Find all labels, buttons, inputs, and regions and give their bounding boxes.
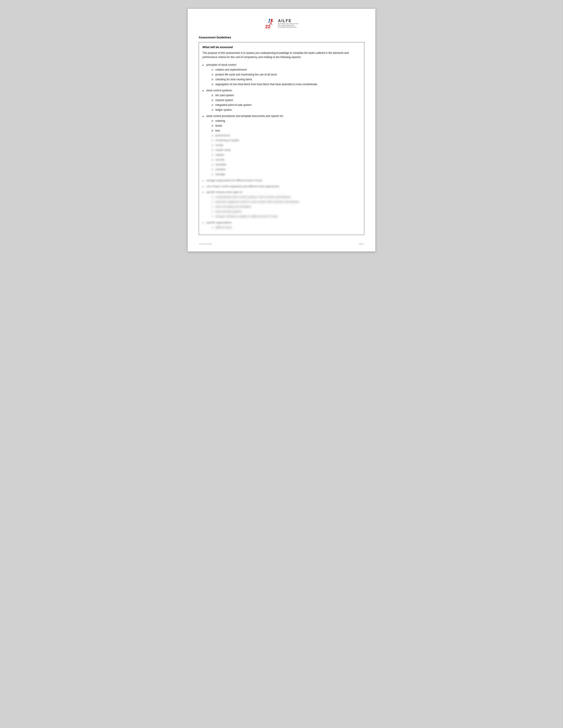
sub-symbol: o [212, 98, 213, 102]
sub-symbol: o [212, 108, 213, 112]
list-item: o ordering [206, 119, 284, 123]
list-item: • principles of stock control: o rotatio… [202, 63, 361, 87]
bullet-label: principles of stock control: [206, 63, 237, 66]
sub-label: checking for slow moving items [215, 77, 252, 81]
footer-left-text: Training material [199, 243, 212, 245]
bullet-label: stock control systems: [206, 89, 232, 92]
list-item: o security [206, 158, 284, 162]
sub-symbol: o [212, 143, 213, 147]
sub-label: stock recording documentation [215, 205, 251, 209]
logo-title: AILFE [278, 19, 298, 23]
sub-label: stocktake [215, 163, 226, 167]
sub-symbol: o [212, 195, 213, 199]
sub-label: different stock [215, 225, 231, 229]
bullet-label: storage requirements for different kinds… [206, 178, 262, 182]
bullet-symbol: • [202, 221, 204, 225]
list-item: o different stock [206, 225, 232, 229]
sub-symbol: o [212, 163, 213, 167]
bullet-symbol: • [202, 114, 204, 118]
list-item: o stocktake [206, 163, 284, 167]
sub-symbol: o [212, 172, 213, 176]
sub-label: bin card system [215, 93, 234, 97]
bullet-symbol: • [202, 89, 204, 93]
footer-right-text: Page 1 [359, 243, 364, 245]
bullet-symbol: • [202, 185, 204, 189]
list-item: o valuation [206, 167, 284, 171]
sub-label: valuation [215, 167, 226, 171]
sub-symbol: o [212, 210, 213, 214]
sub-label: wastage [215, 172, 225, 176]
sub-label: monitoring of quality [215, 138, 239, 142]
list-item: o wastage [206, 172, 284, 176]
list-item: o storage containers suitable for differ… [206, 214, 299, 218]
sub-label: ledger system [215, 108, 232, 112]
sub-label: integrated point-of-sale system [215, 103, 251, 107]
sub-label: loss [215, 129, 220, 133]
svg-text:2: 2 [265, 24, 268, 29]
logo-container: 2 2 AILFE AUSTRALIAN INSTITUTE OF LANGUA… [265, 18, 298, 29]
sub-symbol: o [212, 124, 213, 128]
main-bullet-list: • principles of stock control: o rotatio… [202, 63, 361, 230]
bullet-symbol: • [202, 63, 204, 67]
sub-symbol: o [212, 205, 213, 209]
svg-line-11 [269, 20, 270, 21]
sub-symbol: o [212, 119, 213, 123]
bullet-label: stock control procedures and template do… [206, 114, 284, 118]
sub-label: electronic equipment used for stock cont… [215, 200, 299, 204]
sub-label: ordering [215, 119, 225, 123]
intro-paragraph: The purpose of this assessment is to ass… [202, 51, 361, 59]
list-item: • specific organisations o different sto… [202, 221, 361, 230]
list-item: • stock control procedures and template … [202, 114, 361, 177]
sub-list: o computerised stock control systems: th… [206, 195, 299, 218]
bullet-label: use of basic control equipment and diffe… [206, 184, 279, 188]
sub-list: o ordering o levels o loss [206, 119, 284, 176]
sub-list: o rotation and replenishment o product l… [206, 68, 317, 86]
sub-symbol: o [212, 153, 213, 157]
sub-symbol: o [212, 214, 213, 218]
list-item: • use of basic control equipment and dif… [202, 184, 361, 189]
section-title: Assessment Guidelines [199, 36, 364, 39]
sub-symbol: o [212, 103, 213, 107]
sub-symbol: o [212, 73, 213, 77]
list-item: o loss [206, 129, 284, 133]
sub-label: security [215, 158, 224, 162]
logo-subtitle-2: OF LANGUAGE AND [278, 25, 298, 26]
sub-symbol: o [212, 93, 213, 97]
sub-label: master cards [215, 148, 230, 152]
bullet-label: specific organisations [206, 221, 232, 224]
list-item: o integrated point-of-sale system [206, 103, 252, 107]
sub-symbol: o [212, 133, 213, 137]
list-item: o monitoring of quality [206, 138, 284, 142]
list-item: • storage requirements for different kin… [202, 178, 361, 183]
list-item: o receipt [206, 143, 284, 147]
svg-line-8 [268, 22, 269, 23]
list-item: o stock security systems [206, 210, 299, 214]
list-item: o electronic equipment used for stock co… [206, 200, 299, 204]
sub-label: imprest system [215, 98, 233, 102]
logo-subtitle-1: AUSTRALIAN INSTITUTE [278, 23, 298, 25]
sub-symbol: o [212, 138, 213, 142]
svg-text:2: 2 [268, 24, 270, 29]
list-item: o computerised stock control systems: th… [206, 195, 299, 199]
sub-label: computerised stock control systems: thei… [215, 195, 291, 199]
svg-point-0 [271, 19, 273, 21]
sub-symbol: o [212, 225, 213, 229]
list-item: o bin card system [206, 93, 252, 97]
list-item: o rotation and replenishment [206, 68, 317, 72]
logo-text-block: AILFE AUSTRALIAN INSTITUTE OF LANGUAGE A… [278, 19, 298, 28]
list-item: o segregation of non-food items from foo… [206, 82, 317, 86]
svg-point-6 [269, 19, 270, 20]
sub-symbol: o [212, 82, 213, 86]
list-item: o stock recording documentation [206, 205, 299, 209]
list-item: o ledger system [206, 108, 252, 112]
list-item: o imprest system [206, 98, 252, 102]
svg-line-9 [269, 22, 270, 23]
sub-list: o bin card system o imprest system o int… [206, 93, 252, 112]
sub-symbol: o [212, 77, 213, 81]
list-item: o checking for slow moving items [206, 77, 317, 81]
page-footer: Training material Page 1 [199, 243, 364, 245]
page-header: 2 2 AILFE AUSTRALIAN INSTITUTE OF LANGUA… [199, 18, 364, 29]
sub-symbol: o [212, 68, 213, 72]
sub-label: stock security systems [215, 210, 242, 214]
sub-label: rotation [215, 153, 224, 157]
